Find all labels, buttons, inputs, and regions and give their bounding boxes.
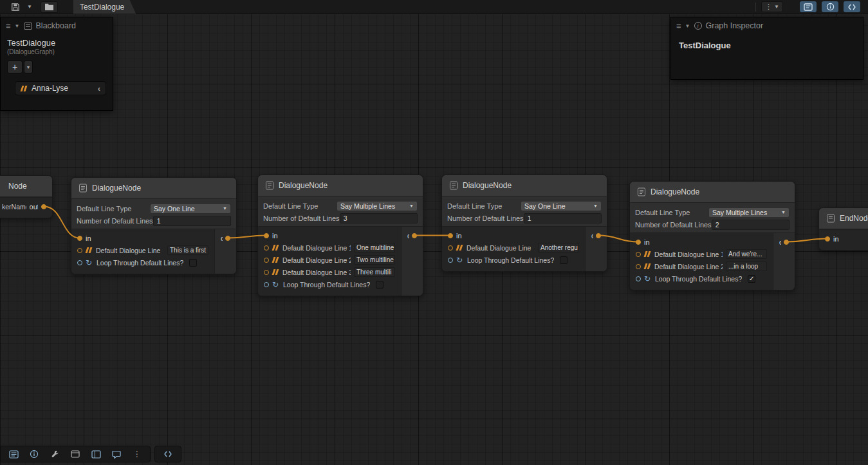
- dialogue-line-field[interactable]: Three multili: [354, 267, 395, 277]
- quote-icon: [272, 269, 279, 275]
- dialogue-line-value: This is a first: [170, 247, 206, 254]
- num-lines-field[interactable]: 1: [153, 216, 231, 226]
- node-title: EndNode: [840, 214, 868, 223]
- num-lines-label: Number of Default Lines: [77, 217, 153, 225]
- num-lines-field[interactable]: 2: [712, 220, 790, 230]
- code-button[interactable]: [159, 448, 177, 460]
- quote-icon: [86, 247, 93, 253]
- num-lines-field[interactable]: 3: [340, 213, 418, 223]
- dialogue-line-field[interactable]: And we're...: [726, 249, 767, 259]
- line-type-dropdown[interactable]: Say Multiple Lines ▼: [337, 201, 418, 211]
- line-type-label: Default Line Type: [447, 202, 521, 210]
- dialogue-line-field[interactable]: ...in a loop: [726, 261, 767, 271]
- loop-checkbox[interactable]: ✓: [748, 275, 755, 283]
- tab-label: TestDialogue: [80, 3, 124, 12]
- dialogue-line-value: ...in a loop: [728, 263, 758, 270]
- out-port-label: out: [407, 232, 409, 240]
- chevron-down-icon: ▼: [774, 4, 779, 10]
- info-icon: i: [694, 22, 702, 30]
- window-button[interactable]: [66, 448, 84, 460]
- tools-button[interactable]: [46, 448, 64, 460]
- folder-icon: [44, 3, 54, 11]
- loop-port[interactable]: [77, 260, 82, 265]
- node-title: DialogueNode: [92, 184, 141, 193]
- hamburger-icon[interactable]: ≡: [6, 21, 11, 31]
- out-port[interactable]: [41, 204, 46, 209]
- dialogue-line-field[interactable]: This is a first: [167, 245, 208, 255]
- loop-checkbox[interactable]: [560, 256, 568, 264]
- loop-port[interactable]: [264, 282, 269, 287]
- node-title-bar: DialogueNode: [71, 178, 236, 199]
- end-node[interactable]: EndNode in: [818, 207, 868, 251]
- graph-inspector-panel: ≡ ▼ i Graph Inspector TestDialogue: [670, 17, 863, 80]
- num-lines-field[interactable]: 1: [524, 213, 602, 223]
- dialogue-line-field[interactable]: Two multiline: [354, 255, 395, 265]
- dialogue-line-field[interactable]: Another regu: [538, 243, 579, 252]
- dialogue-line-port[interactable]: [264, 270, 269, 275]
- panel-icon: [91, 450, 101, 459]
- collapse-icon[interactable]: ▼: [15, 23, 20, 29]
- tab-testdialogue[interactable]: TestDialogue: [73, 0, 136, 14]
- dialogue-node-2[interactable]: DialogueNode Default Line Type Say Multi…: [257, 175, 423, 296]
- add-property-button[interactable]: +: [7, 61, 23, 73]
- in-port[interactable]: [77, 236, 82, 241]
- save-dropdown-button[interactable]: ▼: [23, 1, 35, 13]
- info-button[interactable]: [25, 448, 43, 460]
- out-port[interactable]: [784, 240, 789, 245]
- inspector-header[interactable]: ≡ ▼ i Graph Inspector: [671, 17, 863, 34]
- port-label: kerName: [2, 203, 26, 211]
- line-type-value: Say One Line: [524, 202, 566, 210]
- loop-port[interactable]: [448, 258, 453, 263]
- out-port[interactable]: [596, 233, 601, 238]
- dialogue-line-value: Two multiline: [356, 256, 394, 263]
- speaker-node[interactable]: Node kerName out: [0, 175, 53, 218]
- line-type-value: Say One Line: [154, 205, 195, 213]
- dialogue-line-port[interactable]: [636, 264, 641, 269]
- dialogue-line-port[interactable]: [264, 258, 269, 263]
- dialogue-line-port[interactable]: [77, 248, 82, 253]
- hamburger-icon[interactable]: ≡: [676, 21, 681, 31]
- node-title-bar: Node: [0, 176, 52, 197]
- blackboard-header[interactable]: ≡ ▼ Blackboard: [1, 17, 113, 34]
- dialogue-line-label: Default Dialogue Line 3: [282, 269, 351, 276]
- dialogue-line-port[interactable]: [264, 245, 269, 251]
- collapse-icon[interactable]: ▼: [685, 23, 690, 29]
- field-expander-icon[interactable]: ‹: [98, 84, 100, 93]
- script-icon: [826, 213, 836, 223]
- dialogue-button[interactable]: [107, 448, 125, 460]
- in-port[interactable]: [636, 240, 641, 245]
- dialogue-line-port[interactable]: [448, 245, 453, 251]
- more-button[interactable]: ⋮: [128, 448, 146, 460]
- loop-checkbox[interactable]: [189, 259, 197, 267]
- chevron-down-icon: ▼: [781, 210, 786, 214]
- list-button[interactable]: [5, 448, 23, 460]
- add-property-dropdown[interactable]: ▼: [24, 61, 33, 73]
- num-lines-value: 2: [716, 221, 719, 229]
- dialogue-node-1[interactable]: DialogueNode Default Line Type Say One L…: [71, 177, 237, 274]
- code-toggle-button[interactable]: [844, 1, 860, 12]
- line-type-dropdown[interactable]: Say Multiple Lines ▼: [708, 207, 790, 218]
- out-port[interactable]: [412, 233, 417, 238]
- line-type-label: Default Line Type: [635, 209, 708, 216]
- inspector-toggle-button[interactable]: [822, 1, 838, 12]
- save-button[interactable]: [8, 1, 23, 13]
- open-folder-button[interactable]: [41, 1, 58, 13]
- in-port-label: in: [86, 234, 91, 242]
- node-title: DialogueNode: [463, 181, 512, 190]
- more-menu-button[interactable]: ⋮ ▼: [761, 1, 783, 12]
- loop-checkbox[interactable]: [376, 281, 383, 289]
- blackboard-toggle-button[interactable]: [800, 1, 817, 12]
- in-port[interactable]: [264, 233, 269, 238]
- out-port[interactable]: [225, 236, 230, 241]
- in-port[interactable]: [448, 233, 453, 238]
- blackboard-field-anna-lyse[interactable]: Anna-Lyse ‹: [15, 81, 106, 95]
- dialogue-node-3[interactable]: DialogueNode Default Line Type Say One L…: [441, 175, 607, 272]
- dialogue-line-field[interactable]: One multiline: [354, 243, 395, 252]
- panel-button[interactable]: [87, 448, 105, 460]
- dialogue-line-port[interactable]: [636, 252, 641, 257]
- line-type-dropdown[interactable]: Say One Line ▼: [521, 201, 602, 211]
- dialogue-node-4[interactable]: DialogueNode Default Line Type Say Multi…: [629, 181, 795, 290]
- in-port[interactable]: [825, 236, 830, 242]
- loop-port[interactable]: [636, 276, 641, 281]
- line-type-dropdown[interactable]: Say One Line ▼: [150, 204, 231, 214]
